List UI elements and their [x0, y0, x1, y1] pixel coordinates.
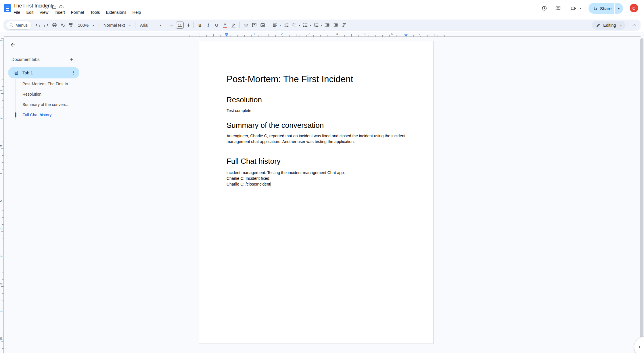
ruler-number: 1 — [0, 39, 3, 43]
zoom-caret-icon: ▾ — [93, 24, 94, 27]
font-size-input[interactable]: 11 — [176, 22, 184, 29]
menu-file[interactable]: File — [13, 10, 21, 15]
zoom-select[interactable]: 100% ▾ — [75, 23, 97, 28]
svg-text:3: 3 — [314, 26, 315, 27]
ruler-number: 5 — [363, 32, 366, 36]
share-button[interactable]: Share ▼ — [589, 3, 623, 14]
vertical-ruler — [3, 38, 4, 353]
bulleted-list-button[interactable]: ▾ — [301, 21, 312, 30]
close-tabs-panel-button[interactable] — [9, 41, 17, 49]
redo-button[interactable] — [42, 21, 50, 30]
menu-tools[interactable]: Tools — [89, 10, 101, 15]
toolbar-divider — [628, 22, 628, 28]
doc-paragraph[interactable]: Test complete — [227, 108, 406, 113]
add-tab-button[interactable]: + — [68, 56, 75, 63]
vertical-scrollbar[interactable] — [640, 38, 643, 341]
horizontal-ruler — [4, 36, 641, 37]
font-family-select[interactable]: Arial ▾ — [137, 23, 164, 28]
search-icon — [9, 23, 14, 27]
underline-button[interactable]: U — [212, 21, 221, 30]
insert-link-button[interactable] — [242, 21, 250, 30]
doc-heading-chat[interactable]: Full Chat history — [227, 157, 406, 166]
menu-extensions[interactable]: Extensions — [105, 10, 127, 15]
doc-empty-line[interactable] — [227, 144, 406, 150]
align-button[interactable]: ▾ — [271, 21, 282, 30]
checklist-caret-icon: ▾ — [299, 24, 300, 27]
increase-font-size-button[interactable] — [185, 21, 191, 30]
ruler-number: 2 — [0, 116, 3, 120]
tab-options-icon[interactable]: ⋮ — [71, 70, 76, 75]
zoom-value: 100% — [78, 23, 89, 28]
star-icon[interactable]: ☆ — [44, 4, 49, 10]
menu-insert[interactable]: Insert — [54, 10, 66, 15]
menu-format[interactable]: Format — [70, 10, 85, 15]
increase-indent-button[interactable] — [331, 21, 340, 30]
doc-chat-line[interactable]: Charlie C: /closeIncident — [227, 181, 406, 187]
ruler-number: 8 — [0, 282, 3, 286]
outline-active-indicator — [15, 112, 16, 117]
avatar[interactable]: C — [630, 4, 638, 12]
add-comment-button[interactable] — [250, 21, 258, 30]
doc-chat-line[interactable]: incident management: Testing the inciden… — [227, 170, 406, 175]
checklist-button[interactable]: ▾ — [290, 21, 301, 30]
comments-icon[interactable] — [554, 5, 562, 12]
doc-paragraph[interactable]: An engineer, Charlie C, reported that an… — [227, 133, 406, 144]
toolbar-divider — [269, 22, 269, 28]
search-menus-button[interactable]: Menus — [6, 21, 31, 29]
meet-dropdown-caret-icon[interactable]: ▾ — [578, 5, 582, 12]
outline-item-resolution[interactable]: Resolution — [22, 92, 77, 97]
paragraph-style-caret-icon: ▾ — [129, 24, 131, 27]
decrease-font-size-button[interactable] — [168, 21, 175, 30]
ruler-number: 7 — [0, 254, 3, 258]
menu-view[interactable]: View — [39, 10, 49, 15]
toolbar-divider — [166, 22, 166, 28]
numbered-list-button[interactable]: 123 ▾ — [312, 21, 323, 30]
line-spacing-button[interactable] — [282, 21, 290, 30]
text-color-button[interactable]: A — [221, 21, 229, 30]
menu-edit[interactable]: Edit — [25, 10, 34, 15]
bold-button[interactable]: B — [196, 21, 204, 30]
ruler-number: 2 — [280, 32, 283, 36]
mode-select[interactable]: Editing ▾ — [592, 21, 626, 30]
toolbar-divider — [99, 22, 99, 28]
paragraph-style-select[interactable]: Normal text ▾ — [101, 23, 133, 28]
spelling-check-button[interactable] — [59, 21, 67, 30]
doc-heading-summary[interactable]: Summary of the conversation — [227, 121, 406, 130]
doc-heading-resolution[interactable]: Resolution — [227, 95, 406, 104]
show-side-panel-button[interactable] — [634, 337, 644, 353]
paragraph-style-value: Normal text — [103, 23, 125, 28]
italic-button[interactable]: I — [204, 21, 212, 30]
outline-item-post-mortem[interactable]: Post-Mortem: The First In... — [22, 82, 77, 86]
share-main-segment[interactable]: Share — [589, 3, 615, 14]
clear-formatting-button[interactable] — [340, 21, 348, 30]
first-line-indent-marker[interactable] — [225, 33, 228, 34]
document-editor[interactable]: Post-Mortem: The First Incident Resoluti… — [199, 41, 433, 187]
menu-help[interactable]: Help — [132, 10, 142, 15]
doc-chat-line[interactable]: Charlie C: Incident fixed. — [227, 175, 406, 181]
document-page[interactable]: Post-Mortem: The First Incident Resoluti… — [199, 41, 434, 344]
left-indent-marker[interactable] — [225, 33, 229, 36]
toolbar: Menus 100% ▾ Normal text ▾ Arial ▾ 11 B … — [3, 20, 641, 31]
paint-format-button[interactable] — [67, 21, 75, 30]
font-family-value: Arial — [140, 23, 148, 28]
meet-video-icon[interactable] — [570, 5, 577, 12]
insert-image-button[interactable] — [258, 21, 267, 30]
outline-item-full-chat-history[interactable]: Full Chat history — [22, 113, 77, 117]
text-color-letter: A — [224, 23, 226, 26]
doc-heading-title[interactable]: Post-Mortem: The First Incident — [227, 74, 406, 84]
cloud-status-icon[interactable] — [58, 4, 64, 10]
tab-1-item[interactable]: Tab 1 ⋮ — [8, 67, 79, 78]
toolbar-divider — [239, 22, 240, 28]
decrease-indent-button[interactable] — [323, 21, 331, 30]
share-dropdown-caret-icon[interactable]: ▼ — [615, 7, 623, 10]
version-history-icon[interactable] — [540, 5, 548, 12]
hide-menus-button[interactable] — [630, 21, 638, 30]
undo-button[interactable] — [34, 21, 42, 30]
right-indent-marker[interactable] — [404, 34, 408, 36]
ruler-number: 6 — [390, 32, 394, 36]
print-button[interactable] — [50, 21, 59, 30]
move-folder-icon[interactable] — [51, 4, 57, 10]
google-docs-logo-icon[interactable] — [4, 4, 11, 12]
highlight-color-button[interactable] — [229, 21, 237, 30]
outline-item-summary[interactable]: Summary of the convers... — [22, 102, 77, 107]
